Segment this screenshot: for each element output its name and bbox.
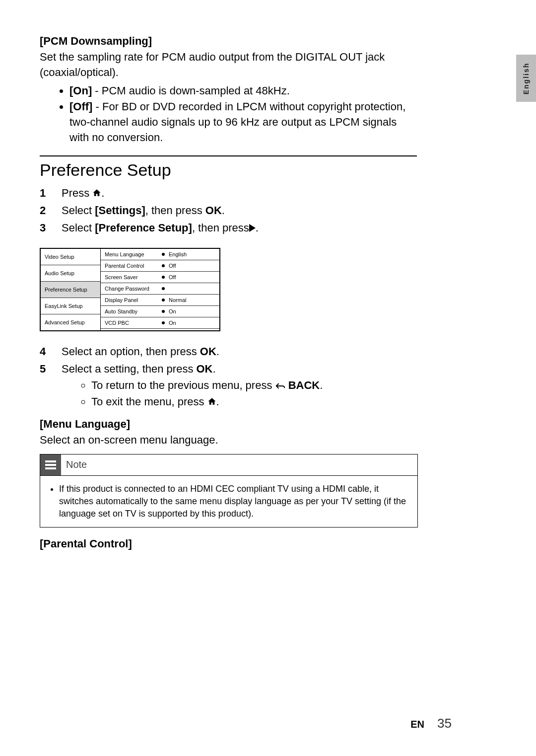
section-divider [40,155,417,156]
note-icon [40,454,61,475]
home-icon [92,187,101,199]
row-parental-control: Parental ControlOff [101,260,219,272]
menu-advanced-setup: Advanced Setup [41,314,100,330]
row-change-password: Change Password [101,283,219,295]
pcm-off-item: [Off] - For BD or DVD recorded in LPCM w… [69,99,417,145]
bullet-icon [162,321,165,324]
menu-video-setup: Video Setup [41,249,100,265]
play-right-icon [249,224,256,232]
bullet-icon [162,299,165,302]
pcm-on-text: - PCM audio is down-sampled at 48kHz. [92,84,290,97]
step-1: 1 Press . [40,185,417,201]
back-icon [275,379,285,391]
step-2-number: 2 [40,202,50,219]
bullet-icon [162,253,165,256]
settings-menu-screenshot: Video Setup Audio Setup Preference Setup… [40,248,220,331]
menu-preference-setup: Preference Setup [41,282,100,298]
pcm-on-label: [On] [69,84,92,97]
footer-lang: EN [410,719,424,730]
settings-blank-area [101,329,219,330]
step-2: 2 Select [Settings], then press OK. [40,202,417,219]
row-auto-standby: Auto StandbyOn [101,306,219,317]
pcm-off-text: - For BD or DVD recorded in LPCM without… [69,100,405,144]
parental-control-heading: [Parental Control] [40,537,417,550]
steps-list-2: 4 Select an option, then press OK. 5 Sel… [40,343,417,410]
bullet-icon [162,287,165,290]
pcm-heading: [PCM Downsampling] [40,35,417,48]
step-5: 5 Select a setting, then press OK. To re… [40,361,417,410]
step-1-number: 1 [40,185,50,201]
row-menu-language: Menu LanguageEnglish [101,249,219,260]
row-display-panel: Display PanelNormal [101,295,219,306]
note-body: If this product is connected to an HDMI … [40,476,417,528]
pcm-off-label: [Off] [69,100,92,113]
sub-back: To return to the previous menu, press BA… [91,377,417,393]
note-box: Note If this product is connected to an … [40,454,418,528]
step-3-number: 3 [40,220,50,236]
pcm-desc: Set the sampling rate for PCM audio outp… [40,50,417,80]
note-title: Note [66,459,87,470]
settings-left-column: Video Setup Audio Setup Preference Setup… [41,249,100,330]
home-icon [207,395,216,408]
bullet-icon [162,310,165,313]
step-5-sublist: To return to the previous menu, press BA… [62,377,417,410]
note-text: If this product is connected to an HDMI … [59,483,408,521]
note-header: Note [40,454,417,476]
row-vcd-pbc: VCD PBCOn [101,317,219,329]
bullet-icon [162,264,165,267]
menu-language-desc: Select an on-screen menu language. [40,433,417,448]
page-footer: EN 35 [410,716,452,731]
step-4: 4 Select an option, then press OK. [40,343,417,360]
sub-home: To exit the menu, press . [91,393,417,410]
step-3: 3 Select [Preference Setup], then press. [40,220,417,236]
pcm-on-item: [On] - PCM audio is down-sampled at 48kH… [69,83,417,99]
pcm-options-list: [On] - PCM audio is down-sampled at 48kH… [40,83,417,146]
settings-right-column: Menu LanguageEnglish Parental ControlOff… [100,249,219,330]
bullet-icon [162,276,165,279]
step-4-number: 4 [40,343,50,360]
menu-language-heading: [Menu Language] [40,418,417,431]
row-screen-saver: Screen SaverOff [101,272,219,283]
step-5-number: 5 [40,361,50,410]
preference-setup-heading: Preference Setup [40,160,417,180]
menu-easylink-setup: EasyLink Setup [41,298,100,314]
menu-audio-setup: Audio Setup [41,265,100,282]
steps-list: 1 Press . 2 Select [Settings], then pres… [40,185,417,236]
footer-page-number: 35 [437,716,452,731]
